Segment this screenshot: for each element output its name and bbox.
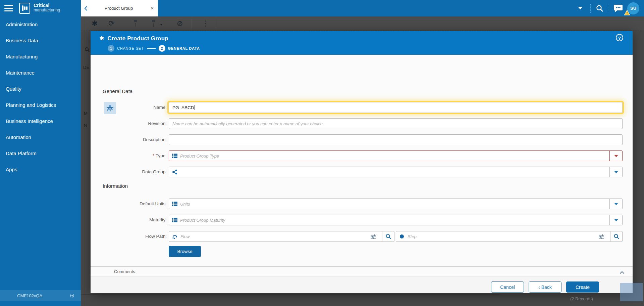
search-button[interactable] bbox=[594, 3, 605, 14]
share-icon bbox=[172, 169, 177, 175]
filter-options-icon[interactable] bbox=[598, 234, 604, 241]
description-input[interactable] bbox=[169, 134, 623, 145]
chevron-left-icon: ‹ bbox=[538, 285, 540, 290]
search-icon bbox=[85, 47, 90, 52]
cancel-button[interactable]: Cancel bbox=[491, 281, 524, 293]
download-icon: ↓ bbox=[152, 20, 155, 28]
background-partial-text: DE bbox=[83, 65, 89, 70]
help-button[interactable]: ? bbox=[616, 34, 623, 41]
sidebar-item-quality[interactable]: Quality bbox=[0, 81, 81, 97]
flow-search-button[interactable] bbox=[382, 231, 394, 242]
revision-placeholder: Name can be automatically generated or y… bbox=[169, 121, 323, 126]
sidebar-item-business-data[interactable]: Business Data bbox=[0, 33, 81, 49]
data-group-label: Data Group: bbox=[91, 167, 167, 177]
sidebar-item-planning-and-logistics[interactable]: Planning and Logistics bbox=[0, 97, 81, 113]
tab-close-icon[interactable]: ✕ bbox=[147, 0, 158, 16]
refresh-icon: ⟳ bbox=[108, 19, 114, 28]
data-group-dropdown[interactable] bbox=[169, 167, 623, 177]
menu-hamburger-icon[interactable] bbox=[4, 5, 13, 11]
dropdown-caret-icon bbox=[614, 219, 618, 221]
wizard-icon: ✱ bbox=[99, 35, 104, 42]
search-icon bbox=[613, 233, 620, 239]
dialog-title: Create Product Group bbox=[107, 35, 168, 42]
background-partial-text: M bbox=[84, 111, 88, 116]
type-placeholder: Product Group Type bbox=[180, 154, 219, 159]
field-row-data-group: Data Group: bbox=[91, 167, 633, 177]
user-avatar[interactable]: SU bbox=[627, 2, 639, 14]
dropdown-caret-icon bbox=[614, 203, 618, 205]
broadcast-icon bbox=[69, 293, 75, 298]
default-units-dropdown[interactable]: Units bbox=[169, 199, 623, 209]
dialog-header: ✱ Create Product Group ? 1 CHANGE SET 2 … bbox=[91, 31, 633, 55]
sidebar-item-administration[interactable]: Administration bbox=[0, 16, 81, 33]
field-row-flow-path: Flow Path: Flow bbox=[91, 231, 633, 242]
list-icon bbox=[172, 153, 177, 159]
download-caret-icon bbox=[160, 24, 163, 26]
critical-manufacturing-logo-icon bbox=[19, 3, 30, 14]
dialog-footer: Cancel ‹ Back Create bbox=[91, 276, 633, 293]
step-general-data[interactable]: 2 GENERAL DATA bbox=[159, 45, 200, 52]
create-button[interactable]: Create bbox=[566, 281, 599, 293]
sidebar-item-apps[interactable]: Apps bbox=[0, 162, 81, 178]
list-icon bbox=[172, 201, 177, 207]
chevron-down-icon[interactable] bbox=[578, 7, 582, 9]
tab-title: Product Group bbox=[91, 6, 147, 11]
flow-picker-input[interactable]: Flow bbox=[169, 231, 394, 242]
logo-text: Critical manufacturing bbox=[34, 3, 60, 13]
messages-button[interactable] bbox=[612, 3, 624, 14]
filter-options-icon[interactable] bbox=[370, 234, 376, 241]
type-dropdown-toggle[interactable] bbox=[609, 151, 622, 161]
dropdown-caret-icon bbox=[614, 155, 618, 157]
sidebar-item-automation[interactable]: Automation bbox=[0, 129, 81, 145]
step-change-set[interactable]: 1 CHANGE SET bbox=[108, 45, 144, 52]
chevron-left-icon bbox=[84, 6, 88, 11]
flow-path-label: Flow Path: bbox=[91, 231, 167, 242]
toolbar-separator bbox=[215, 18, 215, 29]
step-picker-input[interactable]: Step bbox=[396, 231, 623, 242]
step-placeholder: Step bbox=[408, 234, 417, 239]
separator bbox=[609, 4, 609, 13]
text-cursor bbox=[195, 105, 195, 110]
type-label: *Type: bbox=[91, 150, 167, 161]
list-icon bbox=[172, 217, 177, 223]
chat-icon bbox=[613, 4, 623, 12]
comments-section-bar[interactable]: Comments: bbox=[91, 266, 633, 276]
maturity-dropdown[interactable]: Product Group Maturity bbox=[169, 215, 623, 225]
step-search-button[interactable] bbox=[610, 231, 622, 242]
field-row-revision: Revision: Name can be automatically gene… bbox=[91, 118, 633, 129]
open-tab-product-group[interactable]: Product Group ✕ bbox=[81, 0, 158, 16]
section-heading-general-data: General Data bbox=[103, 88, 132, 94]
section-heading-information: Information bbox=[103, 183, 128, 189]
description-label: Description: bbox=[91, 134, 167, 145]
background-divider bbox=[81, 294, 500, 295]
sidebar-item-business-intelligence[interactable]: Business Intelligence bbox=[0, 113, 81, 129]
comments-label: Comments: bbox=[91, 269, 136, 274]
create-product-group-dialog: ✱ Create Product Group ? 1 CHANGE SET 2 … bbox=[91, 31, 633, 293]
environment-bar[interactable]: CMF102xQA bbox=[0, 290, 81, 301]
default-units-dropdown-toggle[interactable] bbox=[609, 199, 622, 209]
sidebar-item-manufacturing[interactable]: Manufacturing bbox=[0, 49, 81, 65]
back-button[interactable]: ‹ Back bbox=[529, 281, 561, 293]
data-group-dropdown-toggle[interactable] bbox=[609, 167, 622, 177]
default-units-label: Default Units: bbox=[91, 199, 167, 209]
sidebar-item-maintenance[interactable]: Maintenance bbox=[0, 65, 81, 81]
new-icon: ✱ bbox=[92, 19, 98, 28]
chevron-up-icon[interactable] bbox=[620, 269, 625, 275]
selection-overlay bbox=[620, 283, 643, 301]
name-value: PG_ABCD bbox=[169, 105, 194, 110]
step-label: GENERAL DATA bbox=[168, 46, 200, 50]
step-label: CHANGE SET bbox=[117, 46, 144, 50]
background-partial-text: N bbox=[84, 123, 87, 128]
type-dropdown[interactable]: Product Group Type bbox=[169, 150, 623, 161]
tab-scroll-left-button[interactable] bbox=[81, 0, 91, 16]
revision-input[interactable]: Name can be automatically generated or y… bbox=[169, 118, 623, 129]
sidebar-item-data-platform[interactable]: Data Platform bbox=[0, 145, 81, 162]
revision-label: Revision: bbox=[91, 118, 167, 129]
name-input[interactable]: PG_ABCD bbox=[169, 102, 623, 113]
default-units-placeholder: Units bbox=[180, 202, 190, 207]
app-root: ✱ ⟳ ↑ ↓ ⊘ ⋮ DE M N (2 Records) Critical … bbox=[0, 0, 644, 306]
dropdown-caret-icon bbox=[614, 171, 618, 173]
browse-button[interactable]: Browse bbox=[169, 246, 201, 257]
maturity-dropdown-toggle[interactable] bbox=[609, 215, 622, 225]
wizard-steps: 1 CHANGE SET 2 GENERAL DATA bbox=[108, 45, 200, 52]
